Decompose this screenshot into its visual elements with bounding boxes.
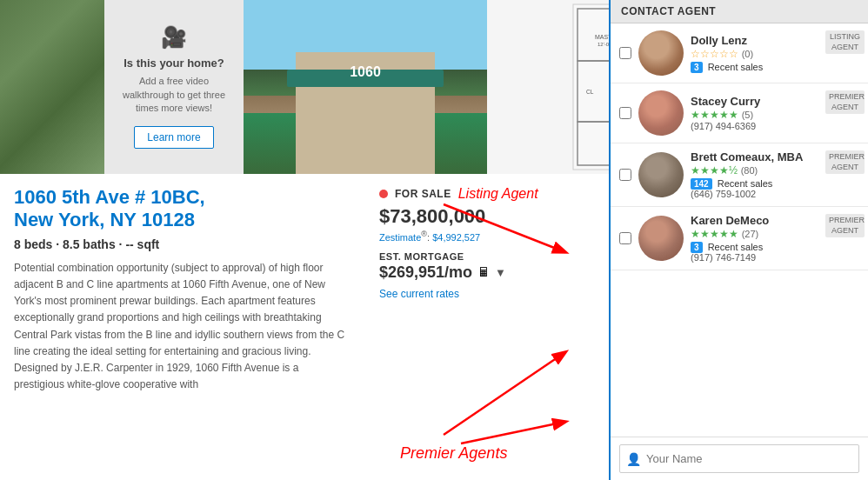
agent-tag-brett: PREMIERAGENT [825, 150, 865, 174]
agent-item-brett: Brett Comeaux, MBA ★★★★½ (80) 142 Recent… [611, 143, 868, 207]
agent-tag-dolly: LISTINGAGENT [825, 30, 865, 54]
overlay-description: Add a free video walkthrough to get thre… [113, 75, 235, 115]
address-line2: New York, NY 10128 [14, 209, 195, 230]
mortgage-amount: $269,951/mo [379, 263, 472, 282]
agent-item-stacey: Stacey Curry ★★★★★ (5) (917) 494-6369 PR… [611, 83, 868, 143]
svg-line-23 [461, 422, 565, 443]
agent-item-karen: Karen DeMeco ★★★★★ (27) 3 Recent sales (… [611, 207, 868, 270]
agent-checkbox-karen[interactable] [619, 232, 631, 244]
overlay-title: Is this your home? [124, 57, 224, 70]
agent-sales-karen: 3 Recent sales [691, 242, 859, 252]
for-sale-label: FOR SALE [395, 188, 451, 200]
address-line1: 1060 5th Ave # 10BC, [14, 186, 205, 208]
agent-checkbox-stacey[interactable] [619, 107, 631, 119]
calculator-icon[interactable]: 🖩 [477, 265, 490, 279]
agent-phone-brett: (646) 759-1002 [691, 189, 859, 199]
premier-agents-label: Premier Agents [400, 444, 507, 463]
agent-photo-brett [638, 152, 684, 197]
agent-photo-stacey [638, 90, 684, 136]
agent-photo-dolly [638, 30, 684, 76]
agent-phone-stacey: (917) 494-6369 [691, 121, 859, 131]
video-camera-icon: 🎥 [161, 25, 187, 50]
agent-tag-stacey: PREMIERAGENT [825, 90, 865, 114]
est-mortgage-label: EST. MORTGAGE [379, 251, 595, 262]
property-info-right: FOR SALE Listing Agent $73,800,000 Zesti… [365, 174, 609, 405]
your-name-input[interactable] [619, 444, 859, 473]
agent-checkbox-dolly[interactable] [619, 47, 631, 59]
see-rates-link[interactable]: See current rates [379, 288, 459, 300]
for-sale-row: FOR SALE Listing Agent [379, 186, 595, 202]
building-number: 1060 [350, 64, 381, 80]
agent-checkbox-brett[interactable] [619, 169, 631, 181]
svg-text:CL: CL [586, 89, 594, 95]
for-sale-dot [379, 190, 388, 198]
contact-agent-header: CONTACT AGENT [611, 0, 868, 23]
property-description: Potential combination opportunity (subje… [14, 260, 351, 394]
mortgage-row: $269,951/mo 🖩 ▼ [379, 263, 595, 282]
property-info-left: 1060 5th Ave # 10BC, New York, NY 10128 … [0, 174, 365, 405]
contact-agent-panel: CONTACT AGENT Dolly Lenz ☆☆☆☆☆ (0) 3 Rec… [609, 0, 868, 480]
your-name-container: 👤 [611, 437, 868, 480]
property-price: $73,800,000 [379, 205, 595, 228]
agent-sales-brett: 142 Recent sales [691, 178, 859, 189]
agent-photo-karen [638, 216, 684, 261]
property-specs: 8 beds · 8.5 baths · -- sqft [14, 237, 351, 251]
nature-image [0, 0, 104, 174]
person-icon: 👤 [626, 452, 641, 466]
learn-more-button[interactable]: Learn more [134, 126, 213, 149]
agent-tag-karen: PREMIERAGENT [825, 214, 865, 237]
agent-item-dolly: Dolly Lenz ☆☆☆☆☆ (0) 3 Recent sales LIST… [611, 23, 868, 83]
video-overlay: 🎥 Is this your home? Add a free video wa… [104, 0, 244, 174]
building-image: 1060 [244, 0, 487, 174]
zestimate: Zestimate®: $4,992,527 [379, 230, 595, 243]
your-name-wrapper: 👤 [619, 444, 859, 473]
agent-phone-karen: (917) 746-7149 [691, 252, 859, 263]
listing-agent-label: Listing Agent [458, 186, 538, 202]
agent-sales-dolly: 3 Recent sales [691, 62, 859, 72]
main-content: 1060 5th Ave # 10BC, New York, NY 10128 … [0, 174, 609, 405]
dropdown-icon[interactable]: ▼ [495, 266, 506, 279]
property-address: 1060 5th Ave # 10BC, New York, NY 10128 [14, 186, 351, 232]
agent-list: Dolly Lenz ☆☆☆☆☆ (0) 3 Recent sales LIST… [611, 23, 868, 270]
